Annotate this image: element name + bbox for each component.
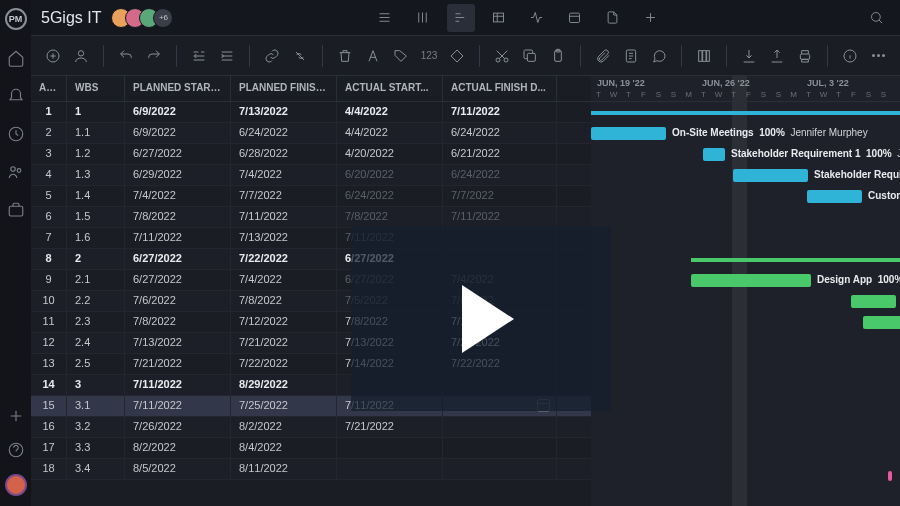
cell-planned-finish[interactable]: 7/13/2022	[231, 102, 337, 122]
cell-planned-finish[interactable]: 7/7/2022	[231, 186, 337, 206]
table-row[interactable]: 61.57/8/20227/11/20227/8/20227/11/2022	[31, 207, 591, 228]
cell-wbs[interactable]: 2	[67, 249, 125, 269]
cut-icon[interactable]	[490, 44, 514, 68]
cell-planned-start[interactable]: 7/13/2022	[125, 333, 231, 353]
gantt-summary-bar[interactable]	[591, 111, 900, 115]
cell-actual-finish[interactable]	[443, 459, 557, 479]
gantt-task-bar[interactable]	[863, 316, 900, 329]
cell-wbs[interactable]: 3.4	[67, 459, 125, 479]
cell-planned-start[interactable]: 7/26/2022	[125, 417, 231, 437]
cell-planned-start[interactable]: 6/29/2022	[125, 165, 231, 185]
cell-planned-finish[interactable]: 8/11/2022	[231, 459, 337, 479]
import-icon[interactable]	[737, 44, 761, 68]
cell-actual-start[interactable]	[337, 438, 443, 458]
gantt-task-bar[interactable]	[591, 127, 666, 140]
cell-wbs[interactable]: 2.3	[67, 312, 125, 332]
cell-wbs[interactable]: 2.2	[67, 291, 125, 311]
cell-wbs[interactable]: 3	[67, 375, 125, 395]
cell-planned-start[interactable]: 6/9/2022	[125, 102, 231, 122]
cell-actual-start[interactable]: 4/4/2022	[337, 123, 443, 143]
cell-actual-start[interactable]	[337, 459, 443, 479]
redo-icon[interactable]	[142, 44, 166, 68]
table-row[interactable]: 116/9/20227/13/20224/4/20227/11/2022	[31, 102, 591, 123]
gantt-summary-bar[interactable]	[691, 258, 900, 262]
more-icon[interactable]	[866, 44, 890, 68]
cell-planned-finish[interactable]: 7/21/2022	[231, 333, 337, 353]
table-row[interactable]: 41.36/29/20227/4/20226/20/20226/24/2022	[31, 165, 591, 186]
cell-actual-finish[interactable]	[443, 417, 557, 437]
cell-planned-finish[interactable]: 8/29/2022	[231, 375, 337, 395]
add-task-icon[interactable]	[41, 44, 65, 68]
cell-actual-finish[interactable]: 7/7/2022	[443, 186, 557, 206]
cell-actual-finish[interactable]: 7/11/2022	[443, 102, 557, 122]
cell-actual-finish[interactable]: 6/21/2022	[443, 144, 557, 164]
cell-planned-start[interactable]: 7/4/2022	[125, 186, 231, 206]
cell-planned-start[interactable]: 7/6/2022	[125, 291, 231, 311]
cell-actual-start[interactable]: 4/4/2022	[337, 102, 443, 122]
cell-planned-start[interactable]: 8/2/2022	[125, 438, 231, 458]
view-file-icon[interactable]	[599, 4, 627, 32]
cell-planned-finish[interactable]: 7/22/2022	[231, 354, 337, 374]
link-icon[interactable]	[260, 44, 284, 68]
team-icon[interactable]	[6, 162, 26, 182]
cell-planned-finish[interactable]: 7/13/2022	[231, 228, 337, 248]
notification-icon[interactable]	[6, 86, 26, 106]
portfolio-icon[interactable]	[6, 200, 26, 220]
cell-planned-finish[interactable]: 7/4/2022	[231, 165, 337, 185]
cell-planned-finish[interactable]: 6/24/2022	[231, 123, 337, 143]
cell-planned-finish[interactable]: 7/11/2022	[231, 207, 337, 227]
view-gantt-icon[interactable]	[447, 4, 475, 32]
col-wbs[interactable]: WBS	[67, 76, 125, 101]
cell-planned-finish[interactable]: 7/4/2022	[231, 270, 337, 290]
col-planned-finish[interactable]: PLANNED FINISH ...	[231, 76, 337, 101]
tag-icon[interactable]	[389, 44, 413, 68]
indent-icon[interactable]	[215, 44, 239, 68]
cell-wbs[interactable]: 1.1	[67, 123, 125, 143]
table-row[interactable]: 31.26/27/20226/28/20224/20/20226/21/2022	[31, 144, 591, 165]
cell-actual-start[interactable]: 6/24/2022	[337, 186, 443, 206]
add-view-icon[interactable]	[637, 4, 665, 32]
view-sheet-icon[interactable]	[485, 4, 513, 32]
milestone-icon[interactable]	[445, 44, 469, 68]
unlink-icon[interactable]	[288, 44, 312, 68]
cell-actual-start[interactable]: 7/8/2022	[337, 207, 443, 227]
play-video-overlay[interactable]	[351, 226, 611, 411]
col-planned-start[interactable]: PLANNED START...	[125, 76, 231, 101]
cell-actual-finish[interactable]: 6/24/2022	[443, 123, 557, 143]
cell-actual-finish[interactable]	[443, 438, 557, 458]
cell-planned-finish[interactable]: 8/2/2022	[231, 417, 337, 437]
cell-planned-finish[interactable]: 7/22/2022	[231, 249, 337, 269]
view-calendar-icon[interactable]	[561, 4, 589, 32]
cell-planned-start[interactable]: 7/11/2022	[125, 396, 231, 416]
cell-planned-start[interactable]: 7/21/2022	[125, 354, 231, 374]
cell-wbs[interactable]: 3.3	[67, 438, 125, 458]
columns-icon[interactable]	[692, 44, 716, 68]
cell-wbs[interactable]: 1	[67, 102, 125, 122]
table-row[interactable]: 163.27/26/20228/2/20227/21/2022	[31, 417, 591, 438]
cell-planned-start[interactable]: 7/8/2022	[125, 207, 231, 227]
table-row[interactable]: 183.48/5/20228/11/2022	[31, 459, 591, 480]
assign-icon[interactable]	[69, 44, 93, 68]
member-avatars[interactable]: +6	[117, 8, 173, 28]
cell-actual-start[interactable]: 7/21/2022	[337, 417, 443, 437]
copy-icon[interactable]	[518, 44, 542, 68]
cell-planned-finish[interactable]: 8/4/2022	[231, 438, 337, 458]
gantt-task-bar[interactable]	[851, 295, 896, 308]
cell-wbs[interactable]: 1.3	[67, 165, 125, 185]
user-avatar[interactable]	[5, 474, 27, 496]
gantt-task-bar[interactable]	[703, 148, 725, 161]
member-more[interactable]: +6	[153, 8, 173, 28]
cell-planned-finish[interactable]: 7/8/2022	[231, 291, 337, 311]
cell-actual-start[interactable]: 6/20/2022	[337, 165, 443, 185]
app-logo[interactable]: PM	[5, 8, 27, 30]
cell-actual-start[interactable]: 4/20/2022	[337, 144, 443, 164]
cell-wbs[interactable]: 2.1	[67, 270, 125, 290]
cell-planned-finish[interactable]: 6/28/2022	[231, 144, 337, 164]
attachment-icon[interactable]	[591, 44, 615, 68]
print-icon[interactable]	[793, 44, 817, 68]
table-row[interactable]: 173.38/2/20228/4/2022	[31, 438, 591, 459]
cell-planned-start[interactable]: 7/8/2022	[125, 312, 231, 332]
gantt-task-bar[interactable]	[807, 190, 862, 203]
export-icon[interactable]	[765, 44, 789, 68]
col-all[interactable]: ALL	[31, 76, 67, 101]
